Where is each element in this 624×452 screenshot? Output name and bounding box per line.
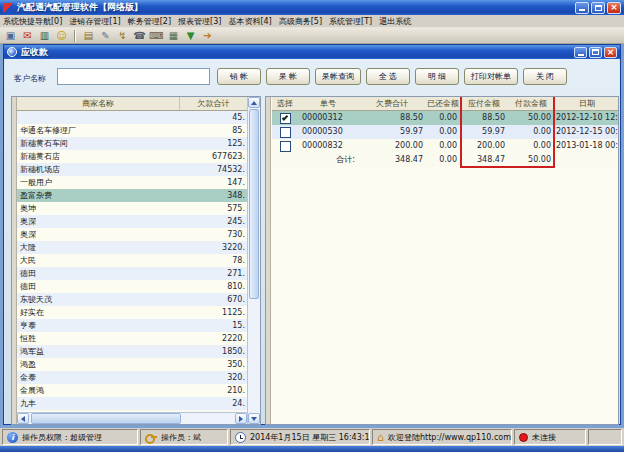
permission-status: 操作员权限：超级管理 xyxy=(22,432,102,443)
detail-button[interactable]: 明 细 xyxy=(415,68,459,85)
repaid-header: 已还金额 xyxy=(426,97,460,110)
horizontal-scroll-thumb[interactable] xyxy=(31,413,181,424)
merchant-row[interactable]: 一般用户 147. xyxy=(17,176,247,189)
receivables-body: 客户名称 销 帐呆 帐呆帐查询全 选明 细打印对帐单关 闭 商家名称 欠款合计 xyxy=(5,59,619,424)
merchant-row[interactable]: 德田 271. xyxy=(17,267,247,280)
window-title: 汽配通汽配管理软件【网络版】 xyxy=(17,1,571,14)
bill-row[interactable]: 00000832 200.00 0.00 200.00 0.00 2013-01… xyxy=(272,139,619,153)
row-checkbox[interactable] xyxy=(280,113,291,124)
phone-icon[interactable]: ☎ xyxy=(132,29,147,43)
merchant-row[interactable]: 恒胜 2220. xyxy=(17,332,247,345)
owed-total-header: 欠费合计 xyxy=(358,97,426,110)
merchant-row[interactable]: 鸿军益 1850. xyxy=(17,345,247,358)
total-row: 合计: 348.47 0.00 348.47 50.00 xyxy=(272,153,619,167)
scroll-right-button[interactable] xyxy=(235,413,247,424)
exit-icon[interactable]: ➔ xyxy=(200,29,215,43)
ledger-icon[interactable]: ▦ xyxy=(166,29,181,43)
row-indicator-column xyxy=(266,97,271,424)
bad-debt-button[interactable]: 呆 帐 xyxy=(266,68,310,85)
vertical-scroll-thumb[interactable] xyxy=(249,109,259,299)
scroll-down-button[interactable] xyxy=(248,413,260,424)
merchant-row[interactable]: 鸿盈 350. xyxy=(17,358,247,371)
merchant-row[interactable]: 德田 810. xyxy=(17,280,247,293)
notes-icon[interactable]: ▤ xyxy=(81,29,96,43)
receivables-window: 应收款 × 客户名称 销 帐呆 帐呆帐查询全 选明 细打印对帐单关 闭 商家名称… xyxy=(3,44,621,425)
paid-header: 付款金额 xyxy=(508,97,554,110)
menu-system-nav[interactable]: 系统快捷导航[0] xyxy=(3,16,62,27)
minimize-button[interactable] xyxy=(575,2,589,14)
receivables-titlebar: 应收款 × xyxy=(4,45,620,59)
merchant-row[interactable]: 新穗黄石车间 125. xyxy=(17,137,247,150)
merchant-row[interactable]: 东骏天茂 670. xyxy=(17,293,247,306)
close-button[interactable]: × xyxy=(607,2,621,14)
customer-name-label: 客户名称 xyxy=(14,73,46,84)
menu-reports[interactable]: 报表管理[3] xyxy=(178,16,221,27)
bank-icon[interactable]: ▥ xyxy=(37,29,52,43)
menu-bar: 系统快捷导航[0]进销存管理[1]帐务管理[2]报表管理[3]基本资料[4]高级… xyxy=(0,15,624,28)
bill-row[interactable]: 00000312 88.50 0.00 88.50 50.00 2012-12-… xyxy=(272,111,619,125)
menu-advanced-business[interactable]: 高级商务[5] xyxy=(279,16,322,27)
merchant-row[interactable]: 亨泰 15. xyxy=(17,319,247,332)
flash-icon[interactable]: ↯ xyxy=(115,29,130,43)
merchant-row[interactable]: 新穗黄石店 677623. xyxy=(17,150,247,163)
vertical-scrollbar[interactable] xyxy=(247,97,260,424)
menu-system-mgmt[interactable]: 系统管理[T] xyxy=(329,16,372,27)
horizontal-scrollbar[interactable] xyxy=(17,412,247,424)
receivables-window-icon xyxy=(7,47,17,57)
merchant-row[interactable]: 好实在 1125. xyxy=(17,306,247,319)
merchant-row[interactable]: 大隆 3220. xyxy=(17,241,247,254)
merchant-table-header: 商家名称 欠款合计 xyxy=(17,97,247,111)
merchant-row[interactable]: 盈富杂费 348. xyxy=(17,189,247,202)
payable-header: 应付金额 xyxy=(460,97,508,110)
menu-inventory[interactable]: 进销存管理[1] xyxy=(69,16,120,27)
bill-row[interactable]: 00000530 59.97 0.00 59.97 0.00 2012-12-1… xyxy=(272,125,619,139)
scroll-left-button[interactable] xyxy=(17,413,29,424)
printer-icon[interactable]: ▣ xyxy=(3,29,18,43)
customer-name-input[interactable] xyxy=(57,68,210,85)
select-all-button[interactable]: 全 选 xyxy=(366,68,410,85)
edit-icon[interactable]: ✎ xyxy=(98,29,113,43)
connection-status: 未连接 xyxy=(532,432,556,443)
merchant-row[interactable]: 华通名车修理厂 85. xyxy=(17,124,247,137)
bill-list: 00000312 88.50 0.00 88.50 50.00 2012-12-… xyxy=(272,111,619,153)
receivables-title: 应收款 xyxy=(21,46,570,59)
status-bar: i 操作员权限：超级管理 操作员：斌 2014年1月15日 星期三 16:43:… xyxy=(0,428,624,446)
bad-debt-query-button[interactable]: 呆帐查询 xyxy=(315,68,361,85)
menu-basic-data[interactable]: 基本资料[4] xyxy=(228,16,271,27)
dialog-minimize-button[interactable] xyxy=(574,47,587,58)
menu-accounting[interactable]: 帐务管理[2] xyxy=(128,16,171,27)
toolbar: ▣✉▥☺ ▤✎↯☎⌨▦▼➔ xyxy=(0,28,624,44)
merchant-row[interactable]: 九丰 24. xyxy=(17,397,247,410)
close-button[interactable]: 关 闭 xyxy=(523,68,567,85)
import-icon[interactable]: ▼ xyxy=(183,29,198,43)
maximize-button[interactable] xyxy=(591,2,605,14)
merchant-row[interactable]: 45. xyxy=(17,111,247,124)
bill-no-header: 单号 xyxy=(298,97,358,110)
merchant-list: 45. 华通名车修理厂 85. 新穗黄石车间 125. xyxy=(17,111,247,412)
merchant-row[interactable]: 金展鸿 210. xyxy=(17,384,247,397)
bill-table-header: 选择 单号 欠费合计 已还金额 应付金额 付款金额 日期 xyxy=(272,97,619,111)
write-off-button[interactable]: 销 帐 xyxy=(217,68,261,85)
merchant-row[interactable]: 奥深 245. xyxy=(17,215,247,228)
merchant-row[interactable]: 大民 78. xyxy=(17,254,247,267)
select-header: 选择 xyxy=(272,97,298,110)
mail-icon[interactable]: ✉ xyxy=(20,29,35,43)
fax-icon[interactable]: ⌨ xyxy=(149,29,164,43)
menu-exit[interactable]: 退出系统 xyxy=(379,16,411,27)
dialog-maximize-button[interactable] xyxy=(589,47,602,58)
merchant-row[interactable]: 奥深 730. xyxy=(17,228,247,241)
toolbar-separator xyxy=(74,30,76,42)
merchant-row[interactable]: 奥坤 575. xyxy=(17,202,247,215)
main-titlebar: 汽配通汽配管理软件【网络版】 × xyxy=(0,0,624,15)
key-icon xyxy=(145,432,157,442)
row-checkbox[interactable] xyxy=(280,127,291,138)
dialog-close-button[interactable]: × xyxy=(604,47,617,58)
row-checkbox[interactable] xyxy=(280,141,291,152)
smiley-icon[interactable]: ☺ xyxy=(54,29,69,43)
scroll-up-button[interactable] xyxy=(248,97,260,108)
merchant-row[interactable]: 新穗机场店 74532. xyxy=(17,163,247,176)
print-statement-button[interactable]: 打印对帐单 xyxy=(464,68,518,85)
clock-icon xyxy=(235,432,246,443)
merchant-row[interactable]: 金泰 320. xyxy=(17,371,247,384)
welcome-link[interactable]: 欢迎登陆http://www.qp110.com xyxy=(388,432,511,443)
